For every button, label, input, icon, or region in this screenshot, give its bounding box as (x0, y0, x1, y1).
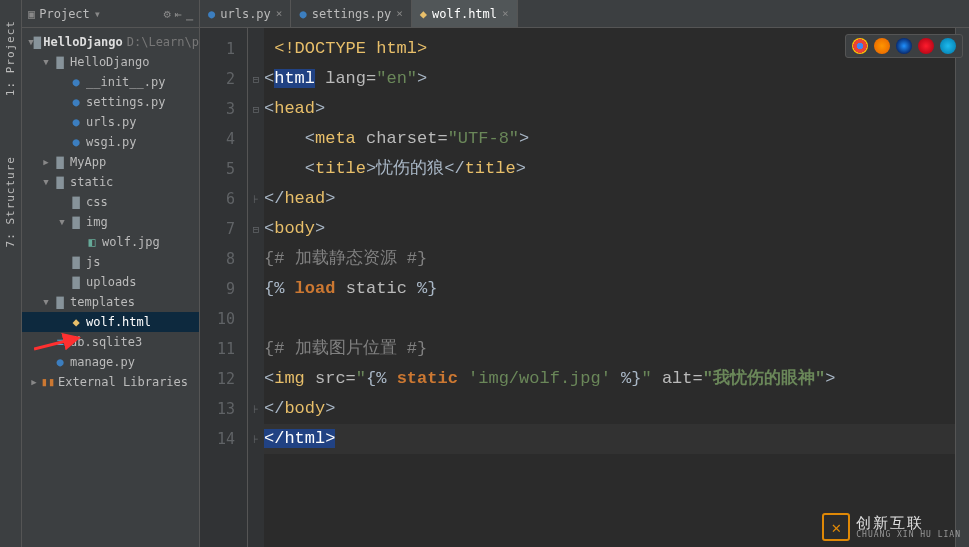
library-icon: ▮▮ (40, 375, 56, 389)
tab-wolfhtml[interactable]: ◆wolf.html× (412, 0, 518, 27)
tree-folder-img[interactable]: ▼▇img (22, 212, 199, 232)
ie-icon[interactable] (940, 38, 956, 54)
tree-file-dbsqlite[interactable]: ≡db.sqlite3 (22, 332, 199, 352)
opera-icon[interactable] (918, 38, 934, 54)
tree-file-wsgi[interactable]: ●wsgi.py (22, 132, 199, 152)
watermark: ✕ 创新互联 CHUANG XIN HU LIAN (822, 513, 961, 541)
watermark-en: CHUANG XIN HU LIAN (856, 531, 961, 539)
chevron-down-icon: ▼ (40, 177, 52, 187)
fold-gutter: ⊟⊟⊦⊟⊦⊦ (248, 28, 264, 547)
project-panel: ▣ Project ▾ ⚙ ⇤ ⎯ ▼ ▇ HelloDjango D:\Lea… (22, 0, 200, 547)
tree-file-wolfhtml[interactable]: ◆wolf.html (22, 312, 199, 332)
chevron-right-icon: ▶ (28, 377, 40, 387)
hide-icon[interactable]: ⎯ (186, 7, 193, 21)
editor[interactable]: 1234567891011121314 ⊟⊟⊦⊟⊦⊦ <!DOCTYPE htm… (200, 28, 969, 547)
line-gutter: 1234567891011121314 (200, 28, 248, 547)
folder-icon: ▇ (68, 255, 84, 269)
chevron-down-icon: ▼ (40, 297, 52, 307)
tree-path: D:\Learn\p (127, 35, 199, 49)
firefox-icon[interactable] (874, 38, 890, 54)
collapse-icon[interactable]: ⇤ (175, 7, 182, 21)
tree-folder-css[interactable]: ▇css (22, 192, 199, 212)
close-icon[interactable]: × (276, 7, 283, 20)
chevron-down-icon: ▼ (56, 217, 68, 227)
editor-tabs: ●urls.py× ●settings.py× ◆wolf.html× (200, 0, 969, 28)
python-icon: ● (68, 95, 84, 109)
folder-icon: ▇ (52, 155, 68, 169)
tree-external-libs[interactable]: ▶▮▮External Libraries (22, 372, 199, 392)
chevron-down-icon: ▼ (40, 57, 52, 67)
folder-icon: ▇ (52, 175, 68, 189)
tree-folder-js[interactable]: ▇js (22, 252, 199, 272)
project-toolbar: ▣ Project ▾ ⚙ ⇤ ⎯ (22, 0, 199, 28)
tree-package[interactable]: ▼ ▇ HelloDjango (22, 52, 199, 72)
tab-urls[interactable]: ●urls.py× (200, 0, 291, 27)
tree-file-urls[interactable]: ●urls.py (22, 112, 199, 132)
code-area[interactable]: <!DOCTYPE html> <html lang="en"> <head> … (264, 28, 955, 547)
tree-root[interactable]: ▼ ▇ HelloDjango D:\Learn\p (22, 32, 199, 52)
sidebar-tab-project[interactable]: 1: Project (4, 20, 17, 96)
python-icon: ● (68, 135, 84, 149)
folder-icon: ▇ (34, 35, 42, 49)
project-title: Project (39, 7, 90, 21)
editor-area: ●urls.py× ●settings.py× ◆wolf.html× 1234… (200, 0, 969, 547)
dropdown-icon[interactable]: ▾ (94, 7, 101, 21)
project-icon: ▣ (28, 7, 35, 21)
html-icon: ◆ (420, 7, 427, 21)
project-tree: ▼ ▇ HelloDjango D:\Learn\p ▼ ▇ HelloDjan… (22, 28, 199, 547)
tree-file-wolfjpg[interactable]: ◧wolf.jpg (22, 232, 199, 252)
tree-folder-templates[interactable]: ▼▇templates (22, 292, 199, 312)
close-icon[interactable]: × (396, 7, 403, 20)
tree-file-managepy[interactable]: ●manage.py (22, 352, 199, 372)
gear-icon[interactable]: ⚙ (164, 7, 171, 21)
browser-preview-bar (845, 34, 963, 58)
html-icon: ◆ (68, 315, 84, 329)
tree-folder-myapp[interactable]: ▶▇MyApp (22, 152, 199, 172)
image-icon: ◧ (84, 235, 100, 249)
database-icon: ≡ (52, 335, 68, 349)
python-icon: ● (68, 115, 84, 129)
tree-folder-uploads[interactable]: ▇uploads (22, 272, 199, 292)
python-icon: ● (52, 355, 68, 369)
tool-window-bar: 1: Project 7: Structure (0, 0, 22, 547)
close-icon[interactable]: × (502, 7, 509, 20)
python-icon: ● (208, 7, 215, 21)
chrome-icon[interactable] (852, 38, 868, 54)
package-icon: ▇ (52, 55, 68, 69)
folder-icon: ▇ (68, 215, 84, 229)
watermark-logo: ✕ (822, 513, 850, 541)
tab-settings[interactable]: ●settings.py× (291, 0, 411, 27)
watermark-cn: 创新互联 (856, 516, 961, 531)
tree-label: HelloDjango (43, 35, 122, 49)
sidebar-tab-structure[interactable]: 7: Structure (4, 156, 17, 247)
chevron-right-icon: ▶ (40, 157, 52, 167)
folder-icon: ▇ (68, 275, 84, 289)
error-stripe (955, 28, 969, 547)
folder-icon: ▇ (68, 195, 84, 209)
tree-file-init[interactable]: ●__init__.py (22, 72, 199, 92)
safari-icon[interactable] (896, 38, 912, 54)
python-icon: ● (68, 75, 84, 89)
tree-label: HelloDjango (70, 55, 149, 69)
tree-file-settings[interactable]: ●settings.py (22, 92, 199, 112)
folder-icon: ▇ (52, 295, 68, 309)
python-icon: ● (299, 7, 306, 21)
tree-folder-static[interactable]: ▼▇static (22, 172, 199, 192)
